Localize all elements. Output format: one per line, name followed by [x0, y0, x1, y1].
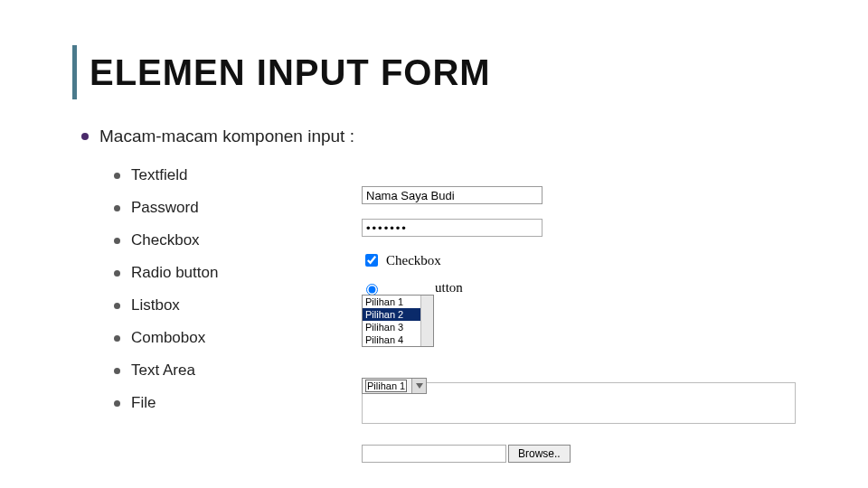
item-label: Radio button: [131, 264, 218, 282]
item-label: Password: [131, 199, 199, 217]
bullet-icon: [81, 133, 89, 140]
item-label: Listbox: [131, 296, 180, 314]
slide: ELEMEN INPUT FORM Macam‐macam komponen i…: [0, 0, 868, 488]
chevron-down-icon[interactable]: [411, 379, 426, 393]
password-example[interactable]: •••••••: [362, 219, 542, 237]
bullet-icon: [114, 335, 120, 342]
listbox-example[interactable]: Pilihan 1 Pilihan 2 Pilihan 3 Pilihan 4: [362, 295, 434, 347]
bullet-icon: [114, 173, 120, 179]
radio-suffix: utton: [435, 280, 463, 296]
bullet-icon: [114, 368, 120, 374]
bullet-icon: [114, 205, 120, 211]
combobox-selected: Pilihan 1: [365, 380, 407, 392]
bullet-icon: [114, 270, 120, 277]
file-path-field[interactable]: [362, 445, 506, 463]
list-item: File: [114, 387, 814, 419]
checkbox-example[interactable]: Checkbox: [362, 251, 441, 269]
title-wrap: ELEMEN INPUT FORM: [72, 45, 814, 99]
file-example: Browse..: [362, 445, 571, 463]
textfield-example[interactable]: [362, 186, 542, 204]
item-label: Checkbox: [131, 231, 200, 249]
lead-text: Macam‐macam komponen input :: [99, 127, 354, 146]
checkbox-input[interactable]: [365, 254, 378, 267]
browse-button[interactable]: Browse..: [508, 445, 571, 463]
list-item: Combobox: [114, 322, 814, 354]
scrollbar[interactable]: [420, 296, 433, 346]
item-label: File: [131, 394, 156, 412]
list-item: Text Area: [114, 354, 814, 387]
examples-column: ••••••• Checkbox utton utton Pilihan 1: [362, 179, 814, 316]
item-label: Text Area: [131, 361, 195, 380]
radio-input[interactable]: [366, 284, 378, 296]
item-label: Combobox: [131, 329, 205, 347]
lead-row: Macam‐macam komponen input :: [81, 127, 814, 146]
checkbox-label: Checkbox: [386, 253, 441, 268]
bullet-icon: [114, 238, 120, 244]
combobox-example[interactable]: Pilihan 1: [362, 378, 427, 394]
bullet-icon: [114, 400, 120, 407]
slide-title: ELEMEN INPUT FORM: [90, 52, 491, 93]
bullet-icon: [114, 303, 120, 309]
item-label: Textfield: [131, 166, 187, 184]
accent-bar: [72, 45, 77, 99]
